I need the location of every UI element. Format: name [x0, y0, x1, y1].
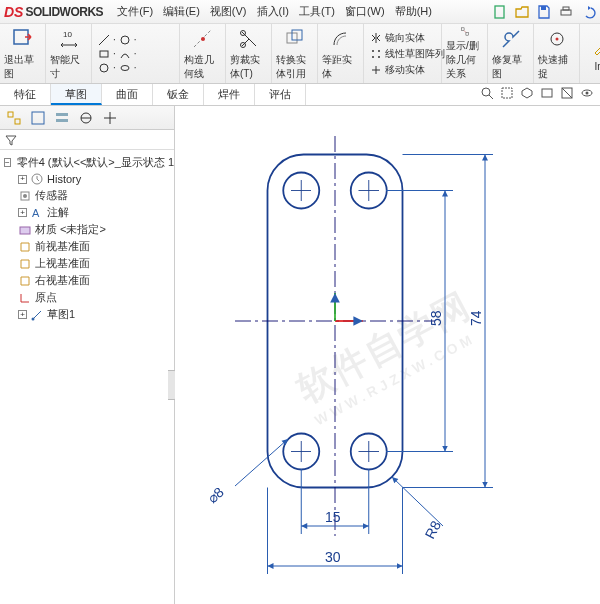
- fm-tab-property-icon[interactable]: [30, 110, 46, 126]
- trim-entities-button[interactable]: 剪裁实体(T): [226, 24, 272, 83]
- offset-entities-button[interactable]: 等距实体: [318, 24, 364, 83]
- linear-pattern[interactable]: 线性草图阵列: [370, 47, 445, 61]
- tree-sketch1[interactable]: +草图1: [4, 306, 170, 323]
- repair-sketch-label: 修复草图: [492, 53, 529, 81]
- svg-rect-20: [465, 32, 468, 35]
- svg-rect-3: [563, 7, 569, 10]
- smart-dimension-button[interactable]: 10 智能尺寸: [46, 24, 92, 83]
- rect-tool[interactable]: · ·: [98, 48, 137, 60]
- section-view-icon[interactable]: [560, 86, 574, 103]
- svg-rect-27: [542, 89, 552, 97]
- menu-help[interactable]: 帮助(H): [391, 2, 436, 21]
- tab-evaluate[interactable]: 评估: [255, 84, 306, 105]
- menu-view[interactable]: 视图(V): [206, 2, 251, 21]
- svg-rect-35: [56, 113, 68, 116]
- fm-tab-dimx-icon[interactable]: [78, 110, 94, 126]
- menu-window[interactable]: 窗口(W): [341, 2, 389, 21]
- undo-icon[interactable]: [580, 4, 596, 20]
- display-relations-label: 显示/删除几何关系: [446, 39, 483, 81]
- dim-74[interactable]: 74: [468, 310, 484, 326]
- tree-right-plane[interactable]: 右视基准面: [4, 272, 170, 289]
- dim-58[interactable]: 58: [428, 310, 444, 326]
- dim-15[interactable]: 15: [325, 509, 341, 525]
- tree-front-plane[interactable]: 前视基准面: [4, 238, 170, 255]
- svg-rect-0: [495, 6, 504, 18]
- tree-top-plane[interactable]: 上视基准面: [4, 255, 170, 272]
- menu-tools[interactable]: 工具(T): [295, 2, 339, 21]
- construction-geometry-label: 构造几何线: [184, 53, 221, 81]
- quick-snap-button[interactable]: 快速捕捉: [534, 24, 580, 83]
- new-icon[interactable]: [492, 4, 508, 20]
- exit-sketch-label: 退出草图: [4, 53, 41, 81]
- svg-point-9: [121, 65, 129, 70]
- svg-point-16: [378, 50, 380, 52]
- menu-file[interactable]: 文件(F): [113, 2, 157, 21]
- tree-annotations[interactable]: +A注解: [4, 204, 170, 221]
- save-icon[interactable]: [536, 4, 552, 20]
- history-icon: [30, 172, 44, 186]
- svg-point-18: [378, 56, 380, 58]
- circle-tool[interactable]: · ·: [98, 62, 137, 74]
- app-logo: DS SOLIDWORKS: [4, 4, 103, 20]
- zoom-fit-icon[interactable]: [480, 86, 494, 103]
- main-menu: 文件(F) 编辑(E) 视图(V) 插入(I) 工具(T) 窗口(W) 帮助(H…: [113, 2, 436, 21]
- exit-sketch-icon: [11, 27, 35, 51]
- tree-material[interactable]: 材质 <未指定>: [4, 221, 170, 238]
- tab-sketch[interactable]: 草图: [51, 84, 102, 105]
- tab-weldments[interactable]: 焊件: [204, 84, 255, 105]
- display-style-icon[interactable]: [540, 86, 554, 103]
- hide-show-icon[interactable]: [580, 86, 594, 103]
- material-icon: [18, 223, 32, 237]
- filter-icon[interactable]: [4, 133, 18, 147]
- zoom-area-icon[interactable]: [500, 86, 514, 103]
- menu-insert[interactable]: 插入(I): [253, 2, 293, 21]
- convert-entities-button[interactable]: 转换实体引用: [272, 24, 318, 83]
- tab-surfaces[interactable]: 曲面: [102, 84, 153, 105]
- svg-point-24: [482, 88, 490, 96]
- exit-sketch-button[interactable]: 退出草图: [0, 24, 46, 83]
- tree-history[interactable]: +History: [4, 171, 170, 187]
- graphics-area[interactable]: 软件自学网 WWW.RJZXW.COM: [175, 106, 600, 604]
- menu-edit[interactable]: 编辑(E): [159, 2, 204, 21]
- svg-line-29: [562, 88, 572, 98]
- offset-icon: [329, 27, 353, 51]
- fm-tab-tree-icon[interactable]: [6, 110, 22, 126]
- repair-sketch-button[interactable]: 修复草图: [488, 24, 534, 83]
- fm-tab-display-icon[interactable]: [102, 110, 118, 126]
- svg-rect-34: [32, 112, 44, 124]
- display-relations-button[interactable]: 显示/删除几何关系: [442, 24, 488, 83]
- tree-root[interactable]: −零件4 (默认<<默认>_显示状态 1>): [4, 154, 170, 171]
- move-entities[interactable]: 移动实体: [370, 63, 425, 77]
- svg-point-45: [32, 317, 35, 320]
- command-manager-tabs: 特征 草图 曲面 钣金 焊件 评估: [0, 84, 600, 106]
- tree-origin[interactable]: 原点: [4, 289, 170, 306]
- sensors-icon: [18, 189, 32, 203]
- trim-icon: [237, 27, 261, 51]
- tab-features[interactable]: 特征: [0, 84, 51, 105]
- fm-tab-config-icon[interactable]: [54, 110, 70, 126]
- tab-sheetmetal[interactable]: 钣金: [153, 84, 204, 105]
- convert-icon: [283, 27, 307, 51]
- line-tool[interactable]: · ·: [98, 34, 137, 46]
- open-icon[interactable]: [514, 4, 530, 20]
- annotations-icon: A: [30, 206, 44, 220]
- construction-geometry-button[interactable]: 构造几何线: [180, 24, 226, 83]
- svg-rect-1: [541, 6, 546, 10]
- print-icon[interactable]: [558, 4, 574, 20]
- dim-30[interactable]: 30: [325, 549, 341, 565]
- feature-manager-tabs: [0, 106, 174, 130]
- svg-rect-2: [561, 10, 571, 15]
- svg-rect-44: [20, 227, 30, 234]
- dim-r8[interactable]: R8: [422, 518, 445, 542]
- sketch-icon: [30, 308, 44, 322]
- tree-sensors[interactable]: 传感器: [4, 187, 170, 204]
- title-bar: DS SOLIDWORKS 文件(F) 编辑(E) 视图(V) 插入(I) 工具…: [0, 0, 600, 24]
- dim-dia8[interactable]: ⌀8: [204, 484, 227, 507]
- rapid-sketch-button[interactable]: Inst: [580, 24, 600, 83]
- mirror-entities[interactable]: 镜向实体: [370, 31, 425, 45]
- svg-point-23: [555, 37, 558, 40]
- view-orientation-icon[interactable]: [520, 86, 534, 103]
- svg-line-25: [489, 95, 493, 99]
- svg-rect-36: [56, 119, 68, 122]
- trim-entities-label: 剪裁实体(T): [230, 53, 267, 81]
